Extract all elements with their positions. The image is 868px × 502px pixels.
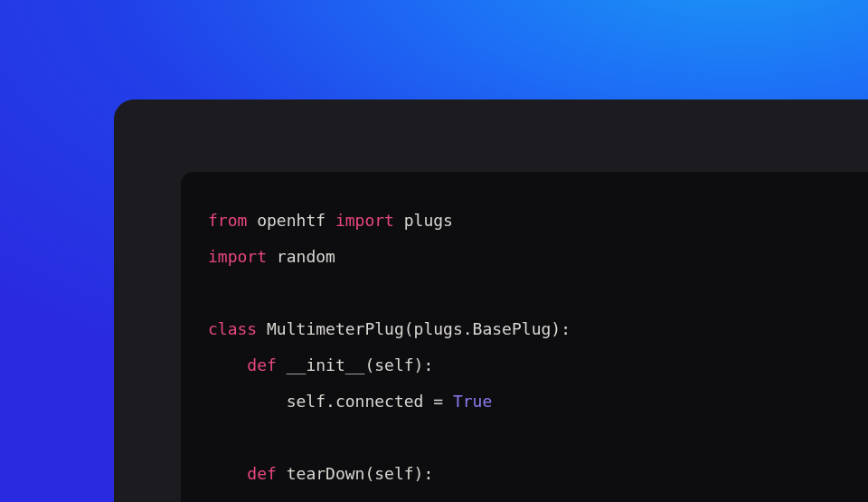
code-token: random [267, 247, 335, 266]
code-token [208, 355, 247, 374]
code-token [208, 464, 247, 483]
code-token: self.connected = [208, 392, 453, 411]
code-line: from openhtf import plugs [208, 203, 868, 239]
code-token: __init__ [287, 355, 365, 374]
code-line: import random [208, 239, 868, 275]
code-token: MultimeterPlug [267, 319, 404, 338]
code-token: (self): [364, 355, 433, 374]
code-token: plugs [394, 211, 453, 230]
code-token: def [247, 355, 277, 374]
code-token [277, 355, 287, 374]
code-line [208, 420, 868, 456]
code-token: import [208, 247, 267, 266]
code-line: def __init__(self): [208, 347, 868, 384]
code-line: self.connected = True [208, 384, 868, 420]
code-editor: from openhtf import plugsimport random c… [181, 172, 868, 502]
code-token: class [208, 319, 257, 338]
code-token: def [247, 464, 277, 483]
code-token: tearDown [287, 464, 365, 483]
code-token [277, 464, 287, 483]
code-line [208, 275, 868, 311]
code-token: import [335, 211, 394, 230]
code-block: from openhtf import plugsimport random c… [208, 203, 868, 492]
code-token: from [208, 211, 247, 230]
code-line: class MultimeterPlug(plugs.BasePlug): [208, 311, 868, 347]
code-token: openhtf [247, 211, 335, 230]
code-line: def tearDown(self): [208, 456, 868, 492]
app-window: from openhtf import plugsimport random c… [114, 99, 868, 502]
code-token: (self): [364, 464, 433, 483]
code-token [257, 319, 267, 338]
code-token: True [453, 392, 492, 411]
code-token: (plugs.BasePlug): [404, 319, 571, 338]
